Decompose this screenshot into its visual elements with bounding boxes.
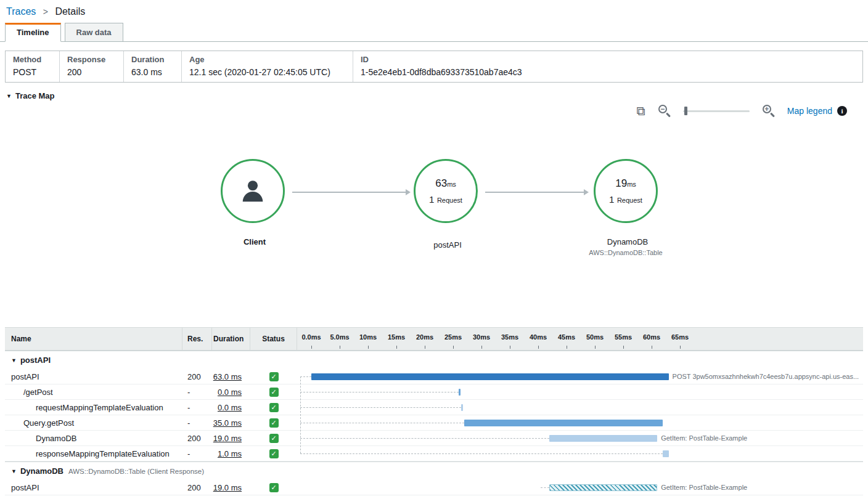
- timeline-bar[interactable]: [311, 373, 669, 380]
- timeline-bar[interactable]: [464, 420, 663, 426]
- axis-tick-label: 30ms: [473, 333, 490, 341]
- tab-raw-data[interactable]: Raw data: [65, 23, 123, 42]
- zoom-slider[interactable]: [683, 106, 750, 116]
- segment-chart-cell: GetItem: PostTable-Example: [297, 431, 863, 445]
- timeline-header: Name Res. Duration Status 0.0ms5.0ms10ms…: [5, 327, 863, 351]
- axis-tick-mark: [396, 346, 397, 349]
- breadcrumb: Traces > Details: [0, 0, 868, 23]
- timeline-row-dynamodb[interactable]: DynamoDB20019.0 ms✓GetItem: PostTable-Ex…: [5, 431, 863, 446]
- timeline-bar[interactable]: [663, 450, 668, 457]
- trace-map-toggle[interactable]: ▼ Trace Map: [0, 83, 868, 100]
- segment-duration-link[interactable]: 0.0 ms: [218, 388, 242, 397]
- segment-response-code: -: [182, 388, 212, 397]
- segment-duration-link[interactable]: 19.0 ms: [213, 483, 242, 492]
- segment-duration-cell: 19.0 ms: [212, 434, 250, 443]
- segment-name: responseMappingTemplateEvaluation: [5, 449, 182, 458]
- status-ok-icon: ✓: [269, 434, 279, 443]
- zoom-in-icon: +: [763, 105, 771, 113]
- segment-duration-link[interactable]: 63.0 ms: [213, 372, 242, 381]
- breadcrumb-traces-link[interactable]: Traces: [6, 6, 36, 17]
- person-icon: [239, 177, 267, 205]
- zoom-out-button[interactable]: −: [658, 104, 671, 117]
- axis-tick-mark: [510, 346, 510, 349]
- axis-tick-label: 5.0ms: [330, 333, 349, 341]
- segment-duration-cell: 0.0 ms: [212, 403, 250, 412]
- axis-tick-mark: [481, 346, 482, 349]
- magnifier-handle: [770, 113, 775, 118]
- zoom-out-icon: −: [658, 105, 667, 113]
- segment-duration-link[interactable]: 1.0 ms: [218, 449, 242, 458]
- segment-response-code: -: [182, 449, 212, 458]
- group-label: DynamoDB: [20, 466, 63, 476]
- node-request-count: 1: [609, 194, 614, 205]
- trace-map-title: Trace Map: [15, 91, 55, 100]
- collapse-icon[interactable]: ▼: [11, 468, 17, 474]
- segment-duration-link[interactable]: 19.0 ms: [213, 434, 242, 443]
- segment-duration-cell: 1.0 ms: [212, 449, 250, 458]
- node-duration-unit: ms: [447, 181, 456, 188]
- segment-duration-link[interactable]: 35.0 ms: [213, 418, 242, 428]
- map-node-dynamodb[interactable]: 19ms 1 Request: [594, 159, 658, 223]
- segment-chart-cell: [297, 446, 863, 461]
- group-header-dynamodb[interactable]: ▼DynamoDBAWS::DynamoDB::Table (Client Re…: [5, 461, 863, 480]
- tab-list: TimelineRaw data: [0, 23, 868, 42]
- summary-col-value: 200: [67, 67, 116, 77]
- segment-duration-link[interactable]: 0.0 ms: [218, 403, 242, 412]
- map-edge-postapi-dynamodb[interactable]: [485, 192, 584, 193]
- axis-tick-label: 15ms: [388, 333, 405, 341]
- summary-col-value: 1-5e2e4eb1-0df8dba693373510ab7ae4c3: [361, 67, 855, 77]
- info-icon[interactable]: i: [837, 106, 847, 116]
- axis-tick-label: 55ms: [615, 333, 632, 341]
- tab-timeline[interactable]: Timeline: [5, 23, 61, 42]
- axis-tick-mark: [652, 346, 652, 349]
- status-ok-icon: ✓: [269, 403, 279, 412]
- map-node-postapi[interactable]: 63ms 1 Request: [414, 159, 478, 223]
- segment-name: postAPI: [5, 483, 182, 492]
- fit-to-window-icon[interactable]: ⧉: [637, 105, 645, 117]
- summary-col-header: Response: [67, 55, 116, 64]
- summary-col-response: Response200: [60, 51, 124, 82]
- axis-tick-mark: [595, 346, 596, 349]
- segment-status-cell: ✓: [250, 372, 297, 381]
- map-legend-link[interactable]: Map legend: [787, 106, 832, 116]
- timeline-bar[interactable]: [549, 435, 657, 442]
- timeline-row-requestmappingtemplateevaluation[interactable]: requestMappingTemplateEvaluation-0.0 ms✓: [5, 400, 863, 415]
- axis-tick-mark: [538, 346, 539, 349]
- zoom-in-button[interactable]: +: [762, 104, 775, 117]
- timeline-row-getpost[interactable]: /getPost-0.0 ms✓: [5, 384, 863, 400]
- timeline-row-query-getpost[interactable]: Query.getPost-35.0 ms✓: [5, 415, 863, 431]
- map-node-client[interactable]: [221, 159, 285, 223]
- summary-col-id: ID1-5e2e4eb1-0df8dba693373510ab7ae4c3: [353, 51, 862, 82]
- segment-name: DynamoDB: [5, 434, 182, 443]
- timeline-row-postapi[interactable]: postAPI20063.0 ms✓POST 3pw5omxsazhnhekwh…: [5, 369, 863, 384]
- segment-name: Query.getPost: [5, 418, 182, 428]
- summary-col-header: Duration: [131, 55, 174, 64]
- bar-label: GetItem: PostTable-Example: [661, 484, 747, 491]
- timeline-bar[interactable]: [549, 484, 657, 491]
- status-ok-icon: ✓: [269, 372, 279, 381]
- axis-tick-label: 40ms: [530, 333, 547, 341]
- timeline-bar[interactable]: [461, 404, 463, 411]
- zoom-slider-handle[interactable]: [684, 107, 687, 115]
- timeline-bar[interactable]: [459, 389, 461, 396]
- timeline-row-responsemappingtemplateevaluation[interactable]: responseMappingTemplateEvaluation-1.0 ms…: [5, 446, 863, 461]
- status-ok-icon: ✓: [269, 483, 279, 492]
- timeline-guide: [300, 376, 311, 377]
- collapse-icon[interactable]: ▼: [11, 357, 17, 364]
- map-edge-client-postapi[interactable]: [292, 192, 406, 193]
- segment-response-code: 200: [182, 483, 212, 492]
- axis-tick-label: 25ms: [444, 333, 462, 341]
- segment-response-code: -: [182, 418, 212, 428]
- segment-name: requestMappingTemplateEvaluation: [5, 403, 182, 412]
- axis-tick-label: 10ms: [359, 333, 377, 341]
- segment-chart-cell: [297, 384, 863, 399]
- segment-duration-cell: 0.0 ms: [212, 388, 250, 397]
- map-node-client-label: Client: [221, 237, 289, 246]
- axis-tick-mark: [453, 346, 454, 349]
- group-label: postAPI: [20, 356, 51, 365]
- timeline-rows: postAPI20019.0 ms✓GetItem: PostTable-Exa…: [5, 480, 863, 495]
- segment-duration-cell: 19.0 ms: [212, 483, 250, 492]
- group-header-postapi[interactable]: ▼postAPI: [5, 351, 863, 369]
- segment-duration-cell: 35.0 ms: [212, 418, 250, 428]
- timeline-row-postapi[interactable]: postAPI20019.0 ms✓GetItem: PostTable-Exa…: [5, 480, 863, 495]
